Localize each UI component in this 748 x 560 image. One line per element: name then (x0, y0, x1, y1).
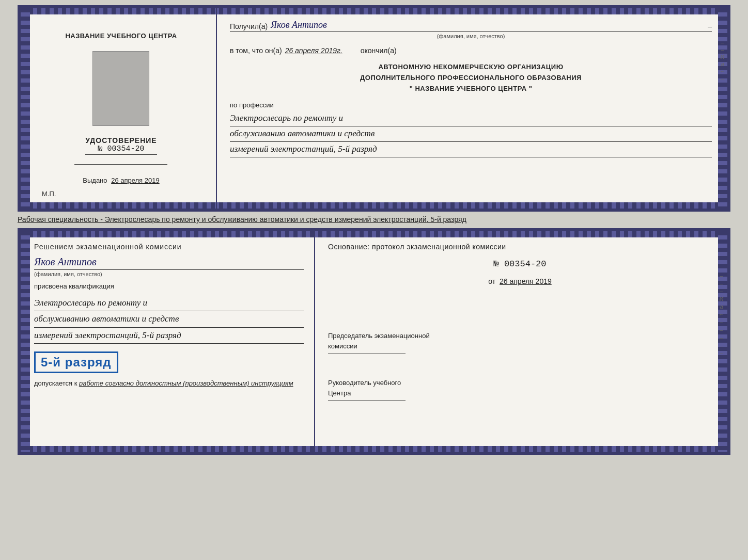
top-diploma-card: НАЗВАНИЕ УЧЕБНОГО ЦЕНТРА УДОСТОВЕРЕНИЕ №… (18, 5, 730, 212)
poluchil-label: Получил(а) (230, 22, 268, 30)
side-text-arrow: ← (720, 68, 725, 74)
prisvoena-label: присвоена квалификация (34, 282, 304, 290)
mp-label: М.П. (42, 190, 56, 198)
vtom-label: в том, что он(а) (230, 46, 282, 55)
okonchil-label: окончил(а) (361, 46, 397, 55)
specialty-line2: обслуживанию автоматики и средств (230, 126, 712, 142)
vydano-line: Выдано 26 апреля 2019 (83, 177, 159, 184)
bottom-side-i: И (720, 296, 724, 302)
predsedatel-signature (328, 354, 406, 354)
bottom-side-a: а (720, 303, 723, 310)
bottom-diploma-card: Решением экзаменационной комиссии Яков А… (18, 228, 730, 455)
rukovoditel-line2: Центра (328, 388, 712, 398)
razryad-badge: 5-й разряд (34, 351, 118, 373)
ot-label: от (488, 277, 495, 285)
org-line3: " НАЗВАНИЕ УЧЕБНОГО ЦЕНТРА " (230, 84, 712, 94)
predsedatel-line2: комиссии (328, 341, 712, 351)
receiver-section: Получил(а) Яков Антипов – (фамилия, имя,… (230, 20, 712, 39)
diploma-right-panel: Получил(а) Яков Антипов – (фамилия, имя,… (217, 8, 727, 209)
bottom-specialty-line2: обслуживанию автоматики и средств (34, 311, 304, 328)
bottom-name-value: Яков Антипов (34, 256, 304, 270)
protocol-number: № 00354-20 (328, 259, 712, 269)
bottom-side-dash3: – (720, 288, 723, 294)
org-line1: АВТОНОМНУЮ НЕКОММЕРЧЕСКУЮ ОРГАНИЗАЦИЮ (230, 62, 712, 73)
side-text-ito: И (721, 54, 725, 60)
vtom-date: 26 апреля 2019г. (285, 46, 357, 55)
side-text-i: – (721, 39, 724, 45)
bottom-specialty-line3: измерений электростанций, 5-й разряд (34, 328, 304, 344)
rukovoditel-line1: Руководитель учебного (328, 378, 712, 388)
specialty-line3: измерений электростанций, 5-й разряд (230, 142, 712, 157)
udostoverenie-block: УДОСТОВЕРЕНИЕ № 00354-20 (85, 136, 157, 155)
po-professii-label: по профессии (230, 101, 712, 109)
vydano-date: 26 апреля 2019 (111, 177, 160, 184)
org-line2: ДОПОЛНИТЕЛЬНОГО ПРОФЕССИОНАЛЬНОГО ОБРАЗО… (230, 73, 712, 84)
side-text-a: а (721, 61, 724, 67)
vtom-section: в том, что он(а) 26 апреля 2019г. окончи… (230, 46, 712, 55)
bottom-right-panel: Основание: протокол экзаменационной коми… (315, 231, 727, 452)
ot-date-section: от 26 апреля 2019 (328, 277, 712, 285)
bottom-side-d7: – (720, 342, 723, 348)
razryad-badge-wrapper: 5-й разряд (34, 349, 304, 373)
dopuskaetsya-prefix: допускается к (34, 379, 77, 387)
bottom-name-section: Яков Антипов (фамилия, имя, отчество) (34, 256, 304, 277)
bottom-side-dash2: – (720, 280, 723, 286)
bottom-side-d5: – (720, 327, 723, 333)
org-block-right: АВТОНОМНУЮ НЕКОММЕРЧЕСКУЮ ОРГАНИЗАЦИЮ ДО… (230, 62, 712, 94)
fio-subtitle: (фамилия, имя, отчество) (230, 33, 712, 39)
ot-date: 26 апреля 2019 (500, 277, 552, 285)
bottom-side-d4: – (720, 319, 723, 325)
diploma-left-panel: НАЗВАНИЕ УЧЕБНОГО ЦЕНТРА УДОСТОВЕРЕНИЕ №… (21, 8, 217, 209)
rukovoditel-block: Руководитель учебного Центра (328, 378, 712, 402)
separator-text: Рабочая специальность - Электрослесарь п… (18, 212, 730, 228)
bottom-left-panel: Решением экзаменационной комиссии Яков А… (21, 231, 315, 452)
bottom-side-arrow: ← (719, 311, 724, 317)
dopuskaetsya-section: допускается к работе согласно должностны… (34, 378, 304, 389)
bottom-side-d8: – (720, 350, 723, 356)
bottom-side-dash1: – (720, 273, 723, 279)
photo-placeholder (92, 51, 149, 126)
rukovoditel-signature (328, 401, 406, 401)
reshenie-label: Решением экзаменационной комиссии (34, 243, 304, 251)
udostoverenie-title: УДОСТОВЕРЕНИЕ (85, 136, 157, 145)
side-text-dash1: – (721, 75, 724, 82)
specialty-line1: Электрослесарь по ремонту и (230, 111, 712, 126)
bottom-fio-sub: (фамилия, имя, отчество) (34, 271, 304, 277)
po-professii-section: по профессии Электрослесарь по ремонту и… (230, 101, 712, 157)
bottom-specialty-section: Электрослесарь по ремонту и обслуживанию… (34, 295, 304, 344)
osnovanie-label: Основание: протокол экзаменационной коми… (328, 243, 712, 251)
bottom-specialty-line1: Электрослесарь по ремонту и (34, 295, 304, 312)
bottom-side-d6: – (720, 334, 723, 341)
udostoverenie-number: № 00354-20 (85, 145, 157, 155)
org-name-left: НАЗВАНИЕ УЧЕБНОГО ЦЕНТРА (65, 31, 177, 41)
predsedatel-block: Председатель экзаменационной комиссии (328, 331, 712, 355)
receiver-name: Яков Антипов (271, 20, 327, 30)
side-text-i2: – (721, 46, 724, 53)
dopuskaetsya-text: работе согласно должностным (производств… (79, 379, 293, 387)
vydano-label: Выдано (83, 177, 107, 184)
predsedatel-line1: Председатель экзаменационной (328, 331, 712, 341)
